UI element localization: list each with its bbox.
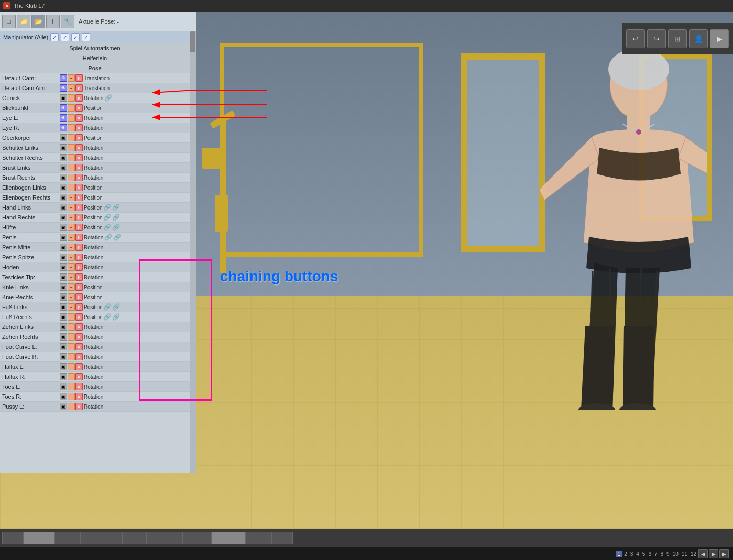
frame-num-11[interactable]: 11 bbox=[681, 551, 688, 557]
icon-k-bl[interactable]: K bbox=[75, 164, 83, 171]
chain-pe-1[interactable]: 🔗 bbox=[104, 233, 112, 241]
icon-wave-fr[interactable]: ~ bbox=[68, 313, 75, 321]
icon-wave-2[interactable]: ~ bbox=[68, 84, 75, 92]
panel-text-btn[interactable]: T bbox=[46, 15, 60, 28]
icon-k-fr[interactable]: K bbox=[75, 313, 83, 321]
icon-k-hxr[interactable]: K bbox=[75, 373, 83, 380]
icon-img-ps[interactable]: ▣ bbox=[60, 254, 67, 261]
chain-fl-1[interactable]: 🔗 bbox=[103, 303, 112, 311]
icon-img-pm[interactable]: ▣ bbox=[60, 244, 67, 251]
icon-wave-elr[interactable]: ~ bbox=[68, 194, 75, 201]
panel-open-btn[interactable]: 📁 bbox=[17, 15, 30, 28]
panel-tool-btn[interactable]: 🔧 bbox=[61, 15, 74, 28]
icon-wave-hl[interactable]: ~ bbox=[68, 204, 75, 211]
icon-img-ok[interactable]: ▣ bbox=[60, 134, 67, 141]
icon-img-kl[interactable]: ▣ bbox=[60, 283, 67, 291]
timeline-bar[interactable] bbox=[0, 529, 733, 547]
icon-wave-hxl[interactable]: ~ bbox=[68, 363, 75, 370]
panel-scroll-area[interactable]: Manipulator (Alle) ✓ ✓ ✓ ✓ Spiel Automat… bbox=[0, 31, 196, 473]
icon-img-hl[interactable]: ▣ bbox=[60, 204, 67, 211]
check-box-1[interactable]: ✓ bbox=[50, 33, 59, 41]
icon-eye[interactable]: 👁 bbox=[60, 74, 67, 82]
section-pose[interactable]: Pose bbox=[0, 63, 190, 73]
timeline-seg-3[interactable] bbox=[54, 532, 81, 544]
icon-img-hr[interactable]: ▣ bbox=[60, 214, 67, 221]
section-helferlein[interactable]: Helferlein bbox=[0, 53, 190, 63]
chain-hf-2[interactable]: 🔗 bbox=[112, 223, 121, 232]
icon-wave-blick[interactable]: ~ bbox=[68, 104, 75, 112]
check-box-3[interactable]: ✓ bbox=[71, 33, 80, 41]
icon-k-tr[interactable]: K bbox=[75, 393, 83, 400]
icon-k-kr[interactable]: K bbox=[75, 293, 83, 301]
icon-wave-fl[interactable]: ~ bbox=[68, 303, 75, 311]
check-box-4[interactable]: ✓ bbox=[82, 33, 90, 41]
icon-img-elr[interactable]: ▣ bbox=[60, 194, 67, 201]
icon-wave-ok[interactable]: ~ bbox=[68, 134, 75, 141]
timeline-seg-8[interactable] bbox=[212, 532, 246, 544]
icon-wave-el[interactable]: ~ bbox=[68, 114, 75, 122]
icon-k-hf[interactable]: K bbox=[75, 224, 83, 231]
icon-wave-zl[interactable]: ~ bbox=[68, 323, 75, 331]
timeline-play-btn[interactable]: ▶ bbox=[709, 549, 718, 558]
icon-wave-pl[interactable]: ~ bbox=[68, 403, 75, 410]
icon-img-hf[interactable]: ▣ bbox=[60, 224, 67, 231]
icon-img-sr[interactable]: ▣ bbox=[60, 154, 67, 161]
icon-wave-pe[interactable]: ~ bbox=[68, 234, 75, 241]
icon-k-ho[interactable]: K bbox=[75, 263, 83, 271]
frame-num-7[interactable]: 7 bbox=[653, 551, 659, 557]
icon-k-pm[interactable]: K bbox=[75, 244, 83, 251]
scrollbar-thumb[interactable] bbox=[190, 31, 195, 52]
icon-img-fl[interactable]: ▣ bbox=[60, 303, 67, 311]
icon-k-tt[interactable]: K bbox=[75, 273, 83, 281]
icon-eye-blick[interactable]: 👁 bbox=[60, 104, 67, 112]
icon-eye-r[interactable]: 👁 bbox=[60, 124, 67, 131]
icon-k-hl[interactable]: K bbox=[75, 204, 83, 211]
timeline-next-btn[interactable]: ▶ bbox=[719, 549, 729, 558]
chain-fl-2[interactable]: 🔗 bbox=[112, 303, 121, 311]
icon-eye-2[interactable]: 👁 bbox=[60, 84, 67, 92]
icon-wave-hr[interactable]: ~ bbox=[68, 214, 75, 221]
icon-k-hxl[interactable]: K bbox=[75, 363, 83, 370]
icon-wave-kr[interactable]: ~ bbox=[68, 293, 75, 301]
icon-img-zl[interactable]: ▣ bbox=[60, 323, 67, 331]
icon-wave-fcr[interactable]: ~ bbox=[68, 353, 75, 360]
frame-num-2[interactable]: 2 bbox=[623, 551, 628, 557]
icon-k-elr[interactable]: K bbox=[75, 194, 83, 201]
icon-wave-genick[interactable]: ~ bbox=[68, 94, 75, 102]
frame-num-12[interactable]: 12 bbox=[690, 551, 697, 557]
icon-wave-tr[interactable]: ~ bbox=[68, 393, 75, 400]
icon-img-zr[interactable]: ▣ bbox=[60, 333, 67, 341]
icon-img-hxr[interactable]: ▣ bbox=[60, 373, 67, 380]
icon-k-fcl[interactable]: K bbox=[75, 343, 83, 350]
icon-img-tr[interactable]: ▣ bbox=[60, 393, 67, 400]
chain-fr-2[interactable]: 🔗 bbox=[112, 313, 121, 321]
chain-hr-2[interactable]: 🔗 bbox=[112, 213, 121, 222]
icon-k-fl[interactable]: K bbox=[75, 303, 83, 311]
icon-eye-l[interactable]: 👁 bbox=[60, 114, 67, 122]
icon-k-pl[interactable]: K bbox=[75, 403, 83, 410]
icon-img-fcl[interactable]: ▣ bbox=[60, 343, 67, 350]
chain-pe-2[interactable]: 🔗 bbox=[113, 233, 121, 241]
frame-num-5[interactable]: 5 bbox=[641, 551, 647, 557]
icon-wave-ps[interactable]: ~ bbox=[68, 254, 75, 261]
frame-num-4[interactable]: 4 bbox=[635, 551, 640, 557]
chain-genick[interactable]: 🔗 bbox=[104, 94, 112, 102]
icon-wave-bl[interactable]: ~ bbox=[68, 164, 75, 171]
icon-wave-kl[interactable]: ~ bbox=[68, 283, 75, 291]
frame-num-1[interactable]: 1 bbox=[616, 551, 622, 557]
icon-k-2[interactable]: K bbox=[75, 84, 83, 92]
timeline-seg-6[interactable] bbox=[146, 532, 183, 544]
toolbar-undo-btn[interactable]: ↩ bbox=[626, 29, 645, 48]
icon-k[interactable]: K bbox=[75, 74, 83, 82]
icon-img-pl[interactable]: ▣ bbox=[60, 403, 67, 410]
icon-wave-sl[interactable]: ~ bbox=[68, 144, 75, 151]
section-automatismen[interactable]: Spiel Automatismen bbox=[0, 43, 190, 53]
icon-k-zl[interactable]: K bbox=[75, 323, 83, 331]
icon-wave-tt[interactable]: ~ bbox=[68, 273, 75, 281]
icon-k-sl[interactable]: K bbox=[75, 144, 83, 151]
icon-wave[interactable]: ~ bbox=[68, 74, 75, 82]
toolbar-redo-btn[interactable]: ↪ bbox=[647, 29, 666, 48]
icon-k-zr[interactable]: K bbox=[75, 333, 83, 341]
icon-img-hxl[interactable]: ▣ bbox=[60, 363, 67, 370]
icon-k-ps[interactable]: K bbox=[75, 254, 83, 261]
